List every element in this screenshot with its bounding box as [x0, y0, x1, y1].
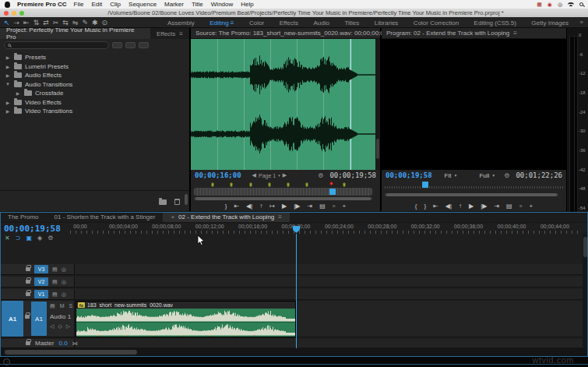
workspace-tab-assembly[interactable]: Assembly [167, 19, 195, 26]
page-prev-icon[interactable]: ◀ [252, 172, 256, 178]
zoom-tool-icon[interactable]: ⊙ [101, 19, 107, 26]
play-icon[interactable]: ▶ [469, 203, 474, 210]
razor-tool-icon[interactable]: ✂ [53, 19, 59, 26]
ripple-edit-tool-icon[interactable]: ⇤ [23, 19, 30, 26]
step-forward-icon[interactable]: |▶ [481, 203, 487, 210]
tree-item-video-effects[interactable]: ▶Video Effects [0, 98, 185, 108]
source-monitor-header[interactable]: Source: The Promo: 183_short_new-summits… [191, 28, 380, 39]
sync-lock-icon[interactable]: ▤ [52, 266, 58, 272]
sequence-tab-01-shorten-the-track-with-a-stinger[interactable]: 01 - Shorten the Track with a Stinger [47, 212, 164, 222]
go-to-in-icon[interactable]: ⇤ [433, 203, 438, 210]
collapse-arrow-icon[interactable]: ▼ [5, 82, 11, 86]
sequence-tab-the-promo[interactable]: The Promo [0, 212, 47, 222]
timeline-horizontal-scrollbar[interactable] [0, 348, 588, 356]
go-to-in-icon[interactable]: ⇤ [234, 203, 239, 210]
mark-out-icon[interactable]: } [424, 203, 426, 210]
snap-toggle-icon[interactable]: ⊃ [16, 235, 21, 242]
project-scrollbar[interactable] [185, 194, 188, 205]
menu-file[interactable]: File [74, 1, 84, 8]
clip-marker-icon[interactable] [211, 182, 214, 187]
tree-item-crossfade[interactable]: ▶Crossfade [0, 89, 185, 98]
panel-menu-icon[interactable]: ≡ [179, 30, 183, 37]
red-marker-icon[interactable] [329, 182, 333, 185]
minimize-window-button[interactable] [12, 11, 16, 16]
tree-item-audio-effects[interactable]: ▶Audio Effects [0, 71, 185, 80]
source-waveform-display[interactable] [191, 39, 375, 170]
more-icon[interactable]: » [519, 203, 523, 209]
yuv-filter-icon[interactable] [139, 42, 149, 48]
clip-marker-icon[interactable] [343, 182, 346, 187]
keyframe-toggle-icon[interactable]: ▤ [50, 303, 55, 309]
master-track-header[interactable]: Master 0.0 ⋈ [0, 339, 75, 348]
menu-marker[interactable]: Marker [164, 1, 184, 8]
track-lane-v2[interactable] [75, 277, 583, 288]
program-zoom-scrollbar[interactable] [385, 193, 558, 196]
track-output-eye-icon[interactable]: ◎ [62, 266, 66, 272]
video-track-header-v3[interactable]: V3▤◎ [0, 264, 75, 275]
tree-item-presets[interactable]: ▶Presets [0, 53, 185, 62]
search-input[interactable] [4, 41, 109, 49]
video-track-header-v2[interactable]: V2▤◎ [0, 277, 75, 288]
thirtytwo-bit-filter-icon[interactable] [125, 42, 136, 48]
workspace-tab-color-correction[interactable]: Color Correction [414, 19, 459, 26]
play-icon[interactable]: ▶ [282, 203, 287, 210]
lock-icon[interactable] [26, 341, 30, 345]
fit-track-icon[interactable]: ⋈ [72, 341, 78, 346]
timeline-ruler[interactable]: 00;0000;00;04;0000;00;08;0000;00;12;0000… [70, 223, 583, 234]
expand-arrow-icon[interactable]: ▶ [15, 90, 21, 96]
tab-project[interactable]: Project: Perfectly Time Your Music in Pr… [0, 28, 150, 39]
clip-marker-icon[interactable] [249, 182, 252, 187]
expand-arrow-icon[interactable]: ▶ [5, 55, 11, 60]
export-frame-icon[interactable]: ↑ [459, 203, 462, 210]
slip-tool-icon[interactable]: ⇆ [62, 19, 69, 26]
selection-tool-icon[interactable]: ↖ [4, 19, 10, 26]
lock-icon[interactable] [26, 280, 30, 284]
add-keyframe-icon[interactable]: ◇ [58, 323, 62, 330]
track-badge-v2[interactable]: V2 [34, 277, 48, 286]
expand-arrow-icon[interactable]: ▶ [5, 108, 11, 114]
source-scrub-bar[interactable] [194, 188, 372, 196]
program-mini-ruler[interactable] [385, 183, 563, 191]
add-marker-icon[interactable]: ◈ [37, 235, 42, 242]
expand-arrow-icon[interactable]: ▶ [5, 100, 11, 105]
tree-item-audio-transitions[interactable]: ▼Audio Transitions [0, 80, 185, 90]
menu-title[interactable]: Title [192, 1, 203, 8]
nest-toggle-icon[interactable]: ✕ [5, 235, 10, 242]
timeline-settings-icon[interactable]: ⚙ [48, 235, 53, 242]
program-playhead[interactable] [422, 182, 428, 188]
track-output-eye-icon[interactable]: ◎ [62, 279, 66, 284]
sequence-tab-02-extend-the-track-with-looping[interactable]: ×02 - Extend the Track with Looping≡ [163, 212, 290, 222]
wifi-icon[interactable] [568, 2, 574, 7]
go-to-out-icon[interactable]: ⇥ [307, 203, 312, 210]
timeline-vertical-scrollbar[interactable] [583, 234, 588, 348]
video-track-header-v1[interactable]: V1▤◎ [0, 289, 75, 300]
mark-in-icon[interactable]: { [415, 203, 417, 210]
track-select-forward-tool-icon[interactable]: ⇢ [14, 19, 20, 26]
insert-icon[interactable]: ↦ [269, 203, 275, 210]
hand-tool-icon[interactable]: ✱ [92, 19, 98, 26]
apple-menu-icon[interactable] [5, 2, 10, 8]
wrench-settings-icon[interactable]: ⚙ [504, 172, 509, 179]
solo-button-icon[interactable]: S [69, 303, 72, 309]
workspace-tab-editing[interactable]: Editing ≡ [209, 19, 234, 26]
workspace-tab-effects[interactable]: Effects [280, 19, 298, 26]
add-button-icon[interactable]: + [343, 203, 347, 210]
mute-button-icon[interactable]: M [60, 303, 65, 309]
workspace-tab-getty-images[interactable]: Getty Images [531, 19, 569, 26]
audio-clip[interactable]: fx 183_short_new-summits_0020.wav [76, 301, 296, 337]
eye-icon[interactable]: ◎ [558, 2, 562, 7]
close-window-button[interactable] [4, 11, 9, 16]
source-patch-a1[interactable]: A1 [2, 301, 23, 337]
overwrite-icon[interactable]: ▤ [506, 203, 512, 210]
track-badge-v1[interactable]: V1 [34, 290, 48, 298]
menu-sequence[interactable]: Sequence [129, 1, 157, 8]
workspace-tab-editing-cs5-5[interactable]: Editing (CS5.5) [474, 19, 516, 26]
step-back-icon[interactable]: ◀| [445, 203, 452, 210]
step-back-icon[interactable]: ◀| [246, 203, 252, 210]
menu-edit[interactable]: Edit [91, 1, 102, 8]
clip-marker-icon[interactable] [230, 182, 233, 187]
pen-tool-icon[interactable]: ✎ [82, 19, 88, 26]
spotlight-search-icon[interactable] [579, 2, 583, 6]
wrench-settings-icon[interactable]: ⚙ [318, 172, 323, 179]
tab-effects[interactable]: Effects ≡ [150, 28, 189, 39]
